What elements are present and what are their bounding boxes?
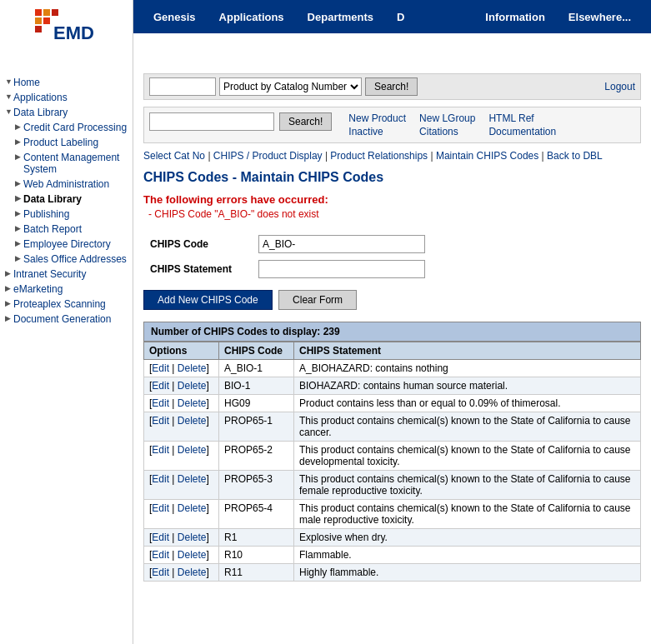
statement-cell: This product contains chemical(s) known … (294, 412, 641, 442)
arrow-applications: ▼ (5, 92, 13, 101)
sidebar-item-data-library[interactable]: ▶ Data Library (0, 192, 133, 207)
edit-link[interactable]: Edit (152, 532, 169, 543)
link-new-lgroup[interactable]: New LGroup (419, 112, 475, 124)
svg-rect-3 (43, 17, 50, 24)
breadcrumb-chips-display[interactable]: CHIPS / Product Display (213, 150, 323, 162)
edit-link[interactable]: Edit (152, 502, 169, 514)
arrow-content-mgmt: ▶ (15, 152, 23, 161)
top-search-bar: Product by Catalog NumberProduct by Name… (143, 73, 641, 100)
catalog-search-select[interactable]: Product by Catalog NumberProduct by Name… (219, 77, 362, 96)
delete-link[interactable]: Delete (178, 444, 207, 456)
link-inactive[interactable]: Inactive (348, 126, 406, 137)
delete-link[interactable]: Delete (178, 380, 207, 392)
delete-link[interactable]: Delete (178, 532, 207, 543)
sidebar-item-intranet-security[interactable]: ▶ Intranet Security (0, 267, 133, 282)
col-statement: CHIPS Statement (294, 342, 641, 360)
chips-code-row: CHIPS Code (143, 232, 432, 257)
edit-link[interactable]: Edit (152, 444, 169, 456)
edit-link[interactable]: Edit (152, 473, 169, 485)
svg-rect-1 (43, 9, 50, 16)
page-wrapper: EMD Genesis Applications Departments D I… (0, 0, 651, 644)
nav-d[interactable]: D (385, 11, 416, 23)
add-chips-button[interactable]: Add New CHIPS Code (143, 290, 273, 310)
breadcrumb-maintain-chips[interactable]: Maintain CHIPS Codes (436, 150, 538, 162)
logo-cell: EMD (0, 0, 133, 67)
sidebar-item-credit-card[interactable]: ▶ Credit Card Processing (0, 120, 133, 135)
arrow-intranet: ▶ (5, 269, 13, 277)
chips-table-header-row: Options CHIPS Code CHIPS Statement (144, 342, 641, 360)
edit-link[interactable]: Edit (152, 415, 169, 427)
sidebar-label-emarketing: eMarketing (13, 283, 128, 295)
chips-statement-row: CHIPS Statement (143, 257, 432, 282)
sidebar-item-web-admin[interactable]: ▶ Web Administration (0, 177, 133, 192)
sidebar-item-proteaplex[interactable]: ▶ Proteaplex Scanning (0, 297, 133, 312)
arrow-home: ▼ (5, 77, 13, 86)
sidebar-item-publishing[interactable]: ▶ Publishing (0, 207, 133, 222)
svg-rect-2 (35, 17, 42, 24)
options-cell: [Edit | Delete] (144, 360, 219, 377)
secondary-search-button[interactable]: Search! (279, 112, 332, 131)
arrow-emarketing: ▶ (5, 284, 13, 292)
sidebar-item-content-mgmt[interactable]: ▶ Content Management System (0, 150, 133, 177)
sidebar-item-applications[interactable]: ▼ Applications (0, 90, 133, 105)
edit-link[interactable]: Edit (152, 397, 169, 409)
delete-link[interactable]: Delete (178, 415, 207, 427)
edit-link[interactable]: Edit (152, 549, 169, 561)
secondary-search-input[interactable] (149, 112, 274, 131)
link-new-product[interactable]: New Product (348, 112, 406, 124)
statement-cell: This product contains chemical(s) known … (294, 471, 641, 500)
delete-link[interactable]: Delete (178, 549, 207, 561)
breadcrumb-product-rel[interactable]: Product Relationships (330, 150, 428, 162)
nav-genesis[interactable]: Genesis (142, 11, 208, 23)
sidebar-item-product-labeling[interactable]: ▶ Product Labeling (0, 135, 133, 150)
svg-rect-0 (35, 9, 42, 16)
arrow-product-labeling: ▶ (15, 137, 23, 146)
clear-form-button[interactable]: Clear Form (278, 290, 357, 310)
arrow-proteaplex: ▶ (5, 299, 13, 307)
link-citations[interactable]: Citations (419, 126, 475, 137)
breadcrumb-back-dbl[interactable]: Back to DBL (547, 150, 603, 162)
delete-link[interactable]: Delete (178, 473, 207, 485)
top-search-button[interactable]: Search! (365, 77, 418, 96)
page-title: CHIPS Codes - Maintain CHIPS Codes (143, 170, 641, 185)
breadcrumb-select-cat[interactable]: Select Cat No (143, 150, 205, 162)
secondary-search-bar: Search! New Product New LGroup HTML Ref … (143, 107, 641, 143)
options-cell: [Edit | Delete] (144, 500, 219, 529)
delete-link[interactable]: Delete (178, 502, 207, 514)
sidebar-item-employee-dir[interactable]: ▶ Employee Directory (0, 237, 133, 252)
sidebar-label-product-labeling: Product Labeling (23, 137, 128, 148)
edit-link[interactable]: Edit (152, 380, 169, 392)
chips-statement-input[interactable] (258, 260, 425, 278)
nav-departments[interactable]: Departments (296, 11, 385, 23)
sidebar-label-data-library: Data Library (23, 193, 128, 205)
code-cell: PROP65-3 (219, 471, 294, 500)
statement-cell: This product contains chemical(s) known … (294, 442, 641, 471)
chips-statement-label: CHIPS Statement (143, 257, 252, 282)
code-cell: PROP65-2 (219, 442, 294, 471)
sidebar-item-home[interactable]: ▼ Home (0, 75, 133, 90)
chips-code-input[interactable] (258, 235, 425, 253)
nav-elsewhere[interactable]: Elsewhere... (557, 11, 643, 23)
sidebar-item-doc-gen[interactable]: ▶ Document Generation (0, 312, 133, 327)
delete-link[interactable]: Delete (178, 362, 207, 374)
options-cell: [Edit | Delete] (144, 471, 219, 500)
nav-applications[interactable]: Applications (208, 11, 296, 23)
link-documentation[interactable]: Documentation (488, 126, 556, 137)
sidebar-item-data-library-top[interactable]: ▼ Data Library (0, 105, 133, 120)
secondary-links: New Product New LGroup HTML Ref Inactive… (348, 112, 556, 137)
delete-link[interactable]: Delete (178, 397, 207, 409)
edit-link[interactable]: Edit (152, 567, 169, 578)
sidebar-item-emarketing[interactable]: ▶ eMarketing (0, 282, 133, 297)
sidebar-item-sales-office[interactable]: ▶ Sales Office Addresses (0, 252, 133, 267)
logout-link[interactable]: Logout (604, 81, 635, 92)
top-search-input[interactable] (149, 77, 216, 96)
edit-link[interactable]: Edit (152, 362, 169, 374)
sidebar-item-batch-report[interactable]: ▶ Batch Report (0, 222, 133, 237)
delete-link[interactable]: Delete (178, 567, 207, 578)
sidebar-label-home: Home (13, 77, 128, 88)
code-cell: R10 (219, 547, 294, 564)
logo-svg: EMD (33, 7, 100, 57)
arrow-data-library-top: ▼ (5, 107, 13, 116)
link-html-ref[interactable]: HTML Ref (488, 112, 556, 124)
nav-information[interactable]: Information (473, 11, 557, 23)
